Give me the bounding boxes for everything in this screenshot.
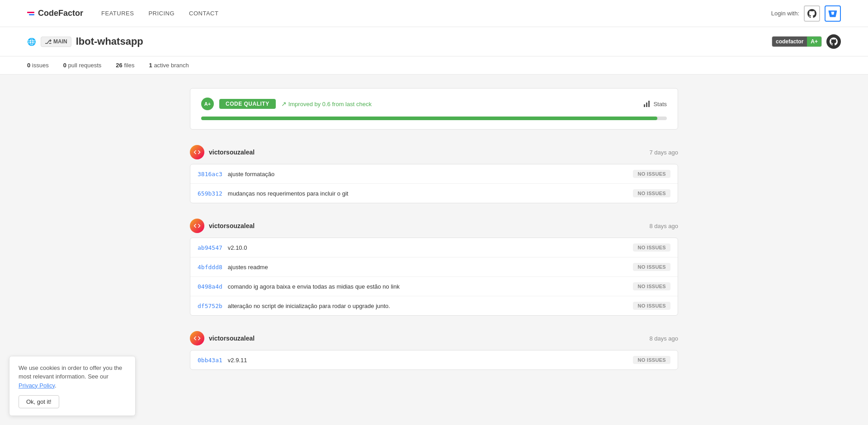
navbar-right: Login with:	[771, 5, 841, 22]
no-issues-badge: NO ISSUES	[633, 263, 670, 271]
commit-groups-container: victorsouzaleal7 days ago3816ac3ajuste f…	[190, 140, 678, 370]
commit-time: 8 days ago	[649, 335, 678, 342]
navbar-left: CodeFactor FEATURES PRICING CONTACT	[27, 9, 218, 18]
repo-name[interactable]: lbot-whatsapp	[76, 36, 143, 47]
stat-active-branches[interactable]: 1 active branch	[149, 62, 189, 69]
commit-message: v2.9.11	[228, 357, 247, 364]
improved-text: ↗ Improved by 0.6 from last check	[281, 100, 372, 107]
quality-grade-circle: A+	[201, 98, 214, 110]
no-issues-badge: NO ISSUES	[633, 302, 670, 310]
commit-message: ajustes readme	[228, 264, 268, 271]
author-name: victorsouzaleal	[209, 335, 255, 342]
commit-hash[interactable]: 4bfddd8	[198, 264, 222, 271]
no-issues-badge: NO ISSUES	[633, 356, 670, 364]
stats-bar: 0 issues 0 pull requests 26 files 1 acti…	[0, 56, 868, 75]
no-issues-badge: NO ISSUES	[633, 170, 670, 178]
quality-section: A+ CODE QUALITY ↗ Improved by 0.6 from l…	[190, 88, 678, 130]
commit-item: 0bb43a1v2.9.11NO ISSUES	[190, 350, 678, 369]
commit-left: 0498a4dcomando ig agora baixa e envia to…	[198, 283, 400, 290]
improved-label: Improved by 0.6 from last check	[288, 101, 372, 107]
nav-links: FEATURES PRICING CONTACT	[101, 10, 218, 17]
commit-message: ajuste formatação	[228, 171, 274, 177]
commit-group-header: victorsouzaleal8 days ago	[190, 214, 678, 238]
commit-item: df5752balteração no script de inicializa…	[190, 296, 678, 315]
svg-rect-1	[646, 103, 647, 107]
commit-hash[interactable]: 0498a4d	[198, 283, 222, 290]
logo[interactable]: CodeFactor	[27, 9, 83, 18]
no-issues-badge: NO ISSUES	[633, 189, 670, 197]
author-avatar	[190, 331, 204, 346]
commit-group-header: victorsouzaleal8 days ago	[190, 327, 678, 350]
stat-pull-requests[interactable]: 0 pull requests	[63, 62, 102, 69]
stat-issues[interactable]: 0 issues	[27, 62, 49, 69]
no-issues-badge: NO ISSUES	[633, 282, 670, 290]
quality-header: A+ CODE QUALITY ↗ Improved by 0.6 from l…	[201, 98, 667, 110]
no-issues-badge: NO ISSUES	[633, 243, 670, 252]
quality-tag: CODE QUALITY	[219, 99, 276, 109]
commit-item: 4bfddd8ajustes readmeNO ISSUES	[190, 257, 678, 277]
commit-item: 3816ac3ajuste formataçãoNO ISSUES	[190, 164, 678, 184]
commit-hash[interactable]: 3816ac3	[198, 171, 222, 177]
progress-bar-container	[201, 117, 667, 120]
repo-header: 🌐 ⎇ MAIN lbot-whatsapp codefactor A+	[0, 27, 868, 56]
stats-link[interactable]: Stats	[643, 100, 667, 107]
commit-author: victorsouzaleal	[190, 145, 255, 159]
author-name: victorsouzaleal	[209, 149, 255, 156]
stat-files[interactable]: 26 files	[116, 62, 134, 69]
quality-left: A+ CODE QUALITY ↗ Improved by 0.6 from l…	[201, 98, 372, 110]
nav-contact[interactable]: CONTACT	[189, 10, 218, 17]
commit-hash[interactable]: 659b312	[198, 190, 222, 197]
repo-github-button[interactable]	[826, 34, 841, 49]
commit-hash[interactable]: df5752b	[198, 303, 222, 309]
commit-author: victorsouzaleal	[190, 331, 255, 346]
logo-icon	[27, 12, 34, 15]
nav-features[interactable]: FEATURES	[101, 10, 134, 17]
login-bitbucket-button[interactable]	[825, 5, 841, 22]
branch-badge[interactable]: ⎇ MAIN	[41, 37, 71, 47]
repo-left: 🌐 ⎇ MAIN lbot-whatsapp	[27, 36, 143, 47]
quality-badge-value: A+	[807, 37, 821, 47]
commit-group: victorsouzaleal8 days agoab94547v2.10.0N…	[190, 214, 678, 316]
commit-item: 0498a4dcomando ig agora baixa e envia to…	[190, 277, 678, 296]
commit-item: 659b312mudanças nos requerimentos para i…	[190, 184, 678, 203]
brand-name: CodeFactor	[38, 9, 83, 18]
progress-bar-fill	[201, 117, 657, 120]
commit-group: victorsouzaleal7 days ago3816ac3ajuste f…	[190, 140, 678, 203]
commit-time: 7 days ago	[649, 149, 678, 156]
commit-list: 3816ac3ajuste formataçãoNO ISSUES659b312…	[190, 164, 678, 203]
commit-message: alteração no script de inicialização par…	[228, 303, 390, 309]
author-avatar	[190, 219, 204, 233]
login-github-button[interactable]	[804, 5, 820, 22]
login-label: Login with:	[771, 10, 799, 17]
nav-pricing[interactable]: PRICING	[148, 10, 175, 17]
branch-icon: ⎇	[45, 38, 52, 45]
quality-badge[interactable]: codefactor A+	[772, 36, 822, 47]
svg-rect-2	[648, 101, 650, 107]
commit-list: ab94547v2.10.0NO ISSUES4bfddd8ajustes re…	[190, 238, 678, 316]
commit-time: 8 days ago	[649, 223, 678, 229]
commit-hash[interactable]: 0bb43a1	[198, 357, 222, 364]
commit-group-header: victorsouzaleal7 days ago	[190, 140, 678, 164]
branch-label: MAIN	[53, 38, 67, 45]
commit-left: ab94547v2.10.0	[198, 244, 247, 251]
privacy-policy-link[interactable]: Privacy Policy	[19, 382, 55, 389]
commit-list: 0bb43a1v2.9.11NO ISSUES	[190, 350, 678, 370]
commit-item: ab94547v2.10.0NO ISSUES	[190, 238, 678, 257]
main-content: A+ CODE QUALITY ↗ Improved by 0.6 from l…	[163, 75, 705, 394]
commit-hash[interactable]: ab94547	[198, 244, 222, 251]
cookie-banner: We use cookies in order to offer you the…	[9, 356, 136, 395]
commit-left: 4bfddd8ajustes readme	[198, 264, 268, 271]
quality-badge-label: codefactor	[772, 37, 807, 47]
commit-left: 0bb43a1v2.9.11	[198, 357, 247, 364]
commit-message: mudanças nos requerimentos para incluir …	[228, 190, 349, 197]
commit-author: victorsouzaleal	[190, 219, 255, 233]
commit-group: victorsouzaleal8 days ago0bb43a1v2.9.11N…	[190, 327, 678, 370]
commit-left: 659b312mudanças nos requerimentos para i…	[198, 190, 348, 197]
commit-message: v2.10.0	[228, 244, 247, 251]
author-avatar	[190, 145, 204, 159]
stats-link-label: Stats	[653, 101, 667, 107]
commit-left: df5752balteração no script de inicializa…	[198, 303, 390, 309]
commit-message: comando ig agora baixa e envia todas as …	[228, 283, 400, 290]
navbar: CodeFactor FEATURES PRICING CONTACT Logi…	[0, 0, 868, 27]
globe-icon: 🌐	[27, 37, 36, 46]
